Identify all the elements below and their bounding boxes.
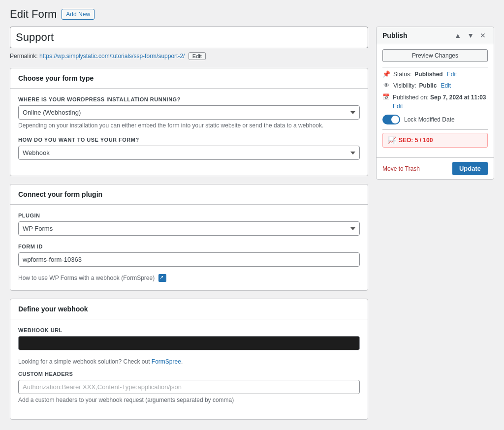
publish-close-button[interactable]: ✕ xyxy=(478,31,488,40)
webhook-help: Looking for a simple webhook solution? C… xyxy=(18,358,360,365)
card-webhook-title: Define your webhook xyxy=(18,305,360,313)
publish-box-footer: Move to Trash Update xyxy=(377,157,494,179)
form-id-label: FORM ID xyxy=(18,244,360,249)
form-id-field-group: FORM ID xyxy=(18,244,360,267)
card-plugin-header: Connect your form plugin xyxy=(10,184,368,205)
publish-collapse-up-button[interactable]: ▲ xyxy=(452,31,463,40)
card-plugin-title: Connect your form plugin xyxy=(18,190,360,198)
form-id-input[interactable] xyxy=(18,252,360,267)
publish-box-controls: ▲ ▼ ✕ xyxy=(452,31,488,40)
custom-headers-field-group: CUSTOM HEADERS Add a custom headers to y… xyxy=(18,371,360,403)
visibility-edit-link[interactable]: Edit xyxy=(441,82,451,89)
status-value: Published xyxy=(414,71,442,78)
publish-box-title: Publish xyxy=(382,31,408,39)
how-select[interactable]: Webhook Embed xyxy=(18,146,360,160)
published-date: Sep 7, 2024 at 11:03 xyxy=(430,94,486,101)
publish-box-header: Publish ▲ ▼ ✕ xyxy=(377,27,494,44)
toggle-slider xyxy=(382,115,400,124)
publish-collapse-down-button[interactable]: ▼ xyxy=(465,31,476,40)
content-area: Permalink: https://wp.simplystatic.com/t… xyxy=(10,27,368,428)
seo-label: SEO: 5 / 100 xyxy=(399,137,433,144)
permalink-url[interactable]: https://wp.simplystatic.com/tutorials/ss… xyxy=(39,53,185,60)
where-label: WHERE IS YOUR WORDPRESS INSTALLATION RUN… xyxy=(18,96,360,102)
webhook-url-label: WEBHOOK URL xyxy=(18,327,360,333)
page-title: Edit Form xyxy=(10,8,57,21)
update-button[interactable]: Update xyxy=(452,162,488,175)
lock-modified-row: Lock Modified Date xyxy=(382,115,488,124)
page-header: Edit Form Add New xyxy=(10,8,494,21)
lock-modified-toggle[interactable] xyxy=(382,115,400,124)
publish-date-block: 📅 Published on: Sep 7, 2024 at 11:03 Edi… xyxy=(382,93,488,111)
visibility-row: 👁 Visibility: Public Edit xyxy=(382,82,488,89)
permalink-edit-button[interactable]: Edit xyxy=(189,52,206,60)
plugin-select[interactable]: WP Forms Contact Form 7 xyxy=(18,221,360,236)
preview-changes-button[interactable]: Preview Changes xyxy=(382,49,488,62)
publish-box: Publish ▲ ▼ ✕ Preview Changes 📌 Status: xyxy=(376,27,494,180)
divider-2 xyxy=(382,129,488,130)
where-field-group: WHERE IS YOUR WORDPRESS INSTALLATION RUN… xyxy=(18,96,360,129)
plugin-field-group: PLUGIN WP Forms Contact Form 7 xyxy=(18,213,360,236)
card-form-type: Choose your form type WHERE IS YOUR WORD… xyxy=(10,68,368,176)
publish-date-edit-link[interactable]: Edit xyxy=(393,102,486,111)
external-link-icon[interactable] xyxy=(158,274,166,282)
move-to-trash-link[interactable]: Move to Trash xyxy=(382,165,420,172)
webhook-url-field-group: WEBHOOK URL xyxy=(18,327,360,350)
status-icon: 📌 xyxy=(382,70,390,78)
where-select[interactable]: Online (Webhosting) Local xyxy=(18,105,360,120)
card-form-type-title: Choose your form type xyxy=(18,74,360,82)
visibility-value: Public xyxy=(419,82,437,89)
lock-modified-label: Lock Modified Date xyxy=(404,116,455,123)
permalink-bar: Permalink: https://wp.simplystatic.com/t… xyxy=(10,52,368,60)
card-webhook-header: Define your webhook xyxy=(10,299,368,319)
seo-icon: 📈 xyxy=(388,136,396,144)
seo-bar[interactable]: 📈 SEO: 5 / 100 xyxy=(382,133,488,148)
main-layout: Permalink: https://wp.simplystatic.com/t… xyxy=(10,27,494,428)
publish-box-body: Preview Changes 📌 Status: Published Edit… xyxy=(377,44,494,157)
custom-headers-help: Add a custom headers to your webhook req… xyxy=(18,397,360,403)
card-webhook-body: WEBHOOK URL Looking for a simple webhook… xyxy=(10,319,368,419)
publish-date-text: Published on: Sep 7, 2024 at 11:03 Edit xyxy=(393,93,486,111)
status-row: 📌 Status: Published Edit xyxy=(382,70,488,78)
card-webhook: Define your webhook WEBHOOK URL Looking … xyxy=(10,299,368,420)
card-plugin-body: PLUGIN WP Forms Contact Form 7 FORM ID H… xyxy=(10,205,368,290)
custom-headers-label: CUSTOM HEADERS xyxy=(18,371,360,377)
how-label: HOW DO YOU WANT TO USE YOUR FORM? xyxy=(18,137,360,143)
add-new-button[interactable]: Add New xyxy=(62,9,94,20)
custom-headers-input[interactable] xyxy=(18,380,360,394)
card-form-type-body: WHERE IS YOUR WORDPRESS INSTALLATION RUN… xyxy=(10,89,368,176)
visibility-icon: 👁 xyxy=(382,82,390,89)
divider-1 xyxy=(382,67,488,67)
form-title-input[interactable] xyxy=(10,27,368,48)
webhook-help-text: Looking for a simple webhook solution? C… xyxy=(18,358,150,365)
permalink-label: Permalink: xyxy=(10,53,38,60)
plugin-help-text: How to use WP Forms with a webhook (Form… xyxy=(18,275,155,281)
where-help: Depending on your installation you can e… xyxy=(18,122,360,129)
how-field-group: HOW DO YOU WANT TO USE YOUR FORM? Webhoo… xyxy=(18,137,360,160)
calendar-icon: 📅 xyxy=(382,93,390,100)
formspree-link[interactable]: FormSpree xyxy=(152,358,181,365)
plugin-help: How to use WP Forms with a webhook (Form… xyxy=(18,275,360,282)
card-form-type-header: Choose your form type xyxy=(10,68,368,89)
status-label: Status: xyxy=(393,71,411,78)
card-plugin: Connect your form plugin PLUGIN WP Forms… xyxy=(10,184,368,291)
webhook-url-input[interactable] xyxy=(18,336,360,350)
sidebar: Publish ▲ ▼ ✕ Preview Changes 📌 Status: xyxy=(376,27,494,180)
published-label: Published on: xyxy=(393,94,429,101)
plugin-label: PLUGIN xyxy=(18,213,360,218)
status-edit-link[interactable]: Edit xyxy=(447,71,457,78)
visibility-label: Visibility: xyxy=(393,82,416,89)
